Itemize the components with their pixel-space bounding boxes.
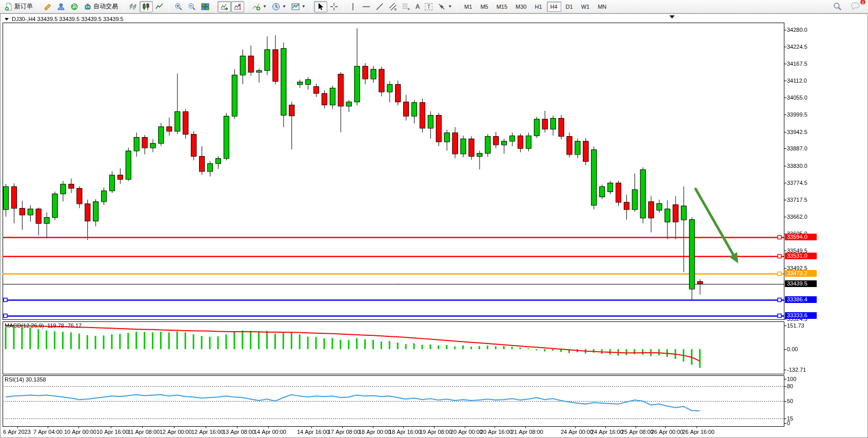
separator xyxy=(38,2,38,12)
chart-title-text: DJ30-,H4 33439.5 33439.5 33439.5 33439.5 xyxy=(12,16,124,22)
separator xyxy=(214,2,215,12)
tab-timeframe-H1[interactable]: H1 xyxy=(531,2,545,12)
tab-timeframe-H4[interactable]: H4 xyxy=(547,2,561,12)
line-chart-button[interactable] xyxy=(153,1,166,12)
crosshair-icon xyxy=(330,3,338,11)
text-tool-button[interactable]: A xyxy=(413,1,423,12)
search-button[interactable] xyxy=(831,1,844,12)
svg-text:E: E xyxy=(394,8,397,11)
zoom-out-icon xyxy=(188,3,196,11)
fibonacci-icon: F xyxy=(402,3,410,11)
market-depth-button[interactable] xyxy=(41,1,54,12)
text-label-icon: T xyxy=(425,3,432,10)
separator xyxy=(457,2,458,12)
notifications-icon xyxy=(851,2,860,11)
auto-scroll-icon xyxy=(220,3,228,11)
auto-trading-label: 自动交易 xyxy=(93,2,118,11)
horizontal-line-icon xyxy=(362,3,370,11)
candlestick-chart-icon xyxy=(142,3,150,11)
indicators-button[interactable]: ▼ xyxy=(250,1,269,12)
new-order-label: 新订单 xyxy=(14,2,33,11)
chart-window: DJ30-,H4 33439.5 33439.5 33439.5 33439.5… xyxy=(0,13,868,438)
bar-chart-icon xyxy=(129,3,137,11)
candlestick-chart-button[interactable] xyxy=(140,1,153,12)
periods-icon xyxy=(272,3,280,11)
notifications-button[interactable]: 1 xyxy=(849,1,863,12)
separator xyxy=(123,2,124,12)
price-tag-resistance: 33594.0 xyxy=(785,234,817,240)
trendline-icon xyxy=(376,3,384,11)
separator xyxy=(343,2,344,12)
new-order-button[interactable]: 新订单 xyxy=(2,1,35,12)
tab-timeframe-W1[interactable]: W1 xyxy=(578,2,594,12)
chart-title-bar: DJ30-,H4 33439.5 33439.5 33439.5 33439.5 xyxy=(5,16,124,22)
vertical-line-icon xyxy=(349,3,357,11)
tab-timeframe-M1[interactable]: M1 xyxy=(461,2,476,12)
price-tag-support: 33333.6 xyxy=(785,312,817,319)
price-chart-canvas[interactable] xyxy=(1,14,867,437)
signal-icon xyxy=(70,3,78,11)
text-label-tool-button[interactable]: T xyxy=(422,1,435,12)
account-button[interactable] xyxy=(54,1,68,12)
search-icon xyxy=(833,2,842,11)
price-tag-current-price: 33439.5 xyxy=(785,280,817,287)
price-tag-level: 33473.2 xyxy=(785,270,817,277)
zoom-in-icon xyxy=(174,3,183,11)
main-toolbar: 新订单 xyxy=(0,0,868,13)
chart-shift-icon xyxy=(233,3,242,11)
chevron-down-icon[interactable]: ▼ xyxy=(302,4,306,9)
signal-button[interactable] xyxy=(68,1,81,12)
auto-trading-icon xyxy=(84,3,92,11)
cursor-tool-button[interactable] xyxy=(314,1,327,12)
price-tag-support: 33386.4 xyxy=(785,296,817,303)
macd-indicator-label: MACD(12,26,9) -119.78 -76.17 xyxy=(5,322,82,329)
tile-windows-icon xyxy=(201,3,209,11)
chevron-down-icon[interactable]: ▼ xyxy=(448,4,452,9)
tab-timeframe-M15[interactable]: M15 xyxy=(493,2,511,12)
vertical-line-tool-button[interactable] xyxy=(346,1,360,12)
timeframe-group: M1M5M15M30H1H4D1W1MN xyxy=(460,0,610,13)
periods-button[interactable]: ▼ xyxy=(269,1,289,12)
horizontal-line-tool-button[interactable] xyxy=(360,1,373,12)
account-icon xyxy=(57,3,65,11)
text-icon: A xyxy=(416,3,420,10)
line-chart-icon xyxy=(155,3,164,11)
tab-timeframe-M30[interactable]: M30 xyxy=(512,2,530,12)
templates-icon xyxy=(291,3,300,11)
separator xyxy=(247,2,247,12)
equidistant-channel-tool-button[interactable]: E xyxy=(386,1,400,12)
mt4-application: 新订单 xyxy=(0,0,868,438)
fibonacci-tool-button[interactable]: F xyxy=(400,1,413,12)
tab-timeframe-MN[interactable]: MN xyxy=(594,2,610,12)
tile-windows-button[interactable] xyxy=(199,1,212,12)
arrows-tool-button[interactable]: ▼ xyxy=(435,1,455,12)
price-tag-resistance: 33531.0 xyxy=(785,253,817,259)
separator xyxy=(169,2,169,12)
zoom-out-button[interactable] xyxy=(185,1,199,12)
auto-scroll-button[interactable] xyxy=(218,1,231,12)
tab-timeframe-M5[interactable]: M5 xyxy=(477,2,491,12)
notification-badge: 1 xyxy=(860,0,866,5)
market-depth-icon xyxy=(44,3,52,11)
crosshair-tool-button[interactable] xyxy=(327,1,341,12)
arrows-icon xyxy=(438,3,446,11)
auto-trading-button[interactable]: 自动交易 xyxy=(81,1,121,12)
trendline-tool-button[interactable] xyxy=(373,1,386,12)
chevron-down-icon[interactable]: ▼ xyxy=(282,4,286,9)
zoom-in-button[interactable] xyxy=(172,1,185,12)
symbol-dropdown-icon[interactable] xyxy=(5,18,9,21)
svg-text:F: F xyxy=(408,8,410,11)
chevron-down-icon[interactable]: ▼ xyxy=(263,4,267,9)
tab-timeframe-D1[interactable]: D1 xyxy=(562,2,577,12)
chart-shift-button[interactable] xyxy=(231,1,244,12)
indicators-icon xyxy=(252,3,261,11)
bar-chart-button[interactable] xyxy=(126,1,140,12)
separator xyxy=(311,2,311,12)
rsi-indicator-label: RSI(14) 30.1358 xyxy=(5,376,46,383)
templates-button[interactable]: ▼ xyxy=(289,1,308,12)
cursor-icon xyxy=(317,3,325,11)
new-order-icon xyxy=(5,3,13,11)
equidistant-channel-icon: E xyxy=(389,3,397,11)
